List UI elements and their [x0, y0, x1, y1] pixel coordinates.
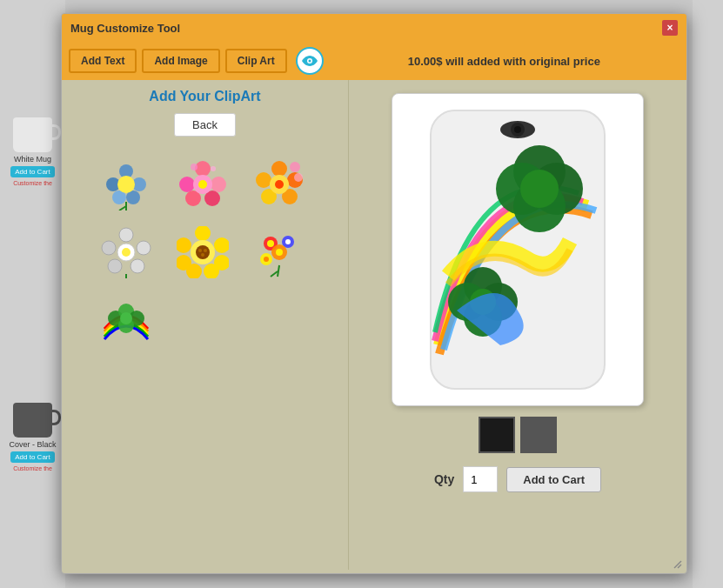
qty-label: Qty: [434, 472, 454, 486]
eye-icon[interactable]: [296, 47, 324, 75]
svg-point-16: [198, 180, 207, 189]
toolbar: Add Text Add Image Clip Art 10.00$ will …: [62, 42, 686, 80]
svg-point-37: [177, 237, 191, 253]
svg-point-18: [211, 166, 216, 171]
add-text-button[interactable]: Add Text: [69, 49, 137, 73]
bg-customize-2: Customize the: [13, 465, 52, 471]
resize-handle[interactable]: [673, 559, 683, 570]
svg-point-62: [120, 312, 132, 324]
svg-point-12: [211, 177, 226, 192]
svg-point-51: [285, 239, 291, 244]
modal-title: Mug Customize Tool: [70, 22, 180, 35]
bg-item-mug1: White Mug Add to Cart Customize the: [0, 113, 65, 190]
back-button[interactable]: Back: [174, 113, 236, 137]
clipart-item-7[interactable]: [94, 290, 159, 351]
price-banner: 10.00$ will added with original price: [329, 50, 679, 72]
product-preview: [392, 93, 644, 406]
main-content: Add Your ClipArt Back: [62, 80, 686, 570]
clipart-item-1[interactable]: [94, 154, 159, 215]
svg-point-53: [276, 249, 283, 256]
svg-line-56: [278, 265, 279, 277]
panel-title: Add Your ClipArt: [149, 89, 260, 104]
svg-point-30: [137, 241, 151, 255]
bottom-controls: Qty Add to Cart: [434, 466, 601, 492]
swatch-black[interactable]: [479, 417, 515, 453]
svg-line-9: [119, 206, 126, 210]
background-right: [693, 0, 723, 588]
svg-point-11: [179, 177, 195, 192]
mug-handle-dark: [52, 410, 61, 425]
svg-point-17: [191, 164, 197, 170]
mug-handle: [52, 124, 61, 140]
svg-line-77: [674, 561, 681, 568]
modal-overlay: Mug Customize Tool × Add Text Add Image …: [61, 13, 687, 574]
svg-point-32: [131, 259, 144, 273]
clipart-item-2[interactable]: [171, 154, 236, 215]
svg-point-34: [122, 248, 131, 257]
svg-point-45: [198, 249, 202, 252]
svg-point-19: [271, 161, 287, 177]
bg-add-to-cart-2[interactable]: Add to Cart: [10, 451, 54, 463]
clipart-item-6[interactable]: [247, 222, 312, 283]
svg-point-44: [196, 245, 210, 259]
svg-point-29: [102, 241, 116, 255]
bg-add-to-cart-1[interactable]: Add to Cart: [10, 166, 54, 177]
swatch-gray[interactable]: [520, 417, 557, 453]
svg-point-10: [195, 161, 211, 177]
modal-titlebar: Mug Customize Tool ×: [62, 14, 686, 42]
background-left: White Mug Add to Cart Customize the Cove…: [0, 0, 65, 588]
svg-point-27: [294, 173, 303, 182]
bg-cover-label: Cover - Black: [9, 440, 56, 449]
svg-point-71: [520, 170, 559, 208]
svg-line-78: [678, 565, 681, 568]
clipart-item-5[interactable]: [171, 222, 236, 283]
clip-art-button[interactable]: Clip Art: [225, 49, 287, 73]
mug-shape-dark: [13, 403, 52, 438]
color-swatches: [479, 417, 557, 453]
svg-point-55: [264, 257, 269, 262]
svg-point-26: [290, 162, 300, 172]
mug-shape-white: [13, 117, 52, 152]
modal-close-button[interactable]: ×: [662, 20, 678, 36]
svg-point-46: [204, 249, 207, 252]
bg-mug-label: White Mug: [14, 155, 51, 164]
clipart-item-3[interactable]: [247, 154, 312, 215]
svg-point-1: [308, 60, 311, 63]
svg-point-28: [119, 228, 133, 242]
svg-point-38: [214, 237, 229, 253]
svg-point-25: [275, 180, 284, 189]
svg-point-7: [117, 176, 135, 193]
svg-point-66: [514, 126, 521, 133]
svg-line-57: [271, 271, 278, 277]
bg-item-mug2: Cover - Black Add to Cart Customize the: [0, 398, 65, 476]
left-panel: Add Your ClipArt Back: [62, 80, 349, 570]
qty-input[interactable]: [463, 466, 498, 492]
svg-point-20: [256, 172, 271, 188]
add-image-button[interactable]: Add Image: [142, 49, 219, 73]
add-to-cart-button[interactable]: Add to Cart: [506, 467, 601, 492]
right-panel: Qty Add to Cart: [349, 80, 686, 570]
svg-point-36: [195, 226, 211, 241]
bg-customize-1: Customize the: [13, 180, 52, 186]
svg-point-31: [108, 259, 122, 273]
clipart-grid: [90, 150, 321, 355]
svg-point-47: [201, 253, 204, 257]
clipart-item-4[interactable]: [94, 222, 159, 283]
svg-point-49: [267, 240, 274, 247]
